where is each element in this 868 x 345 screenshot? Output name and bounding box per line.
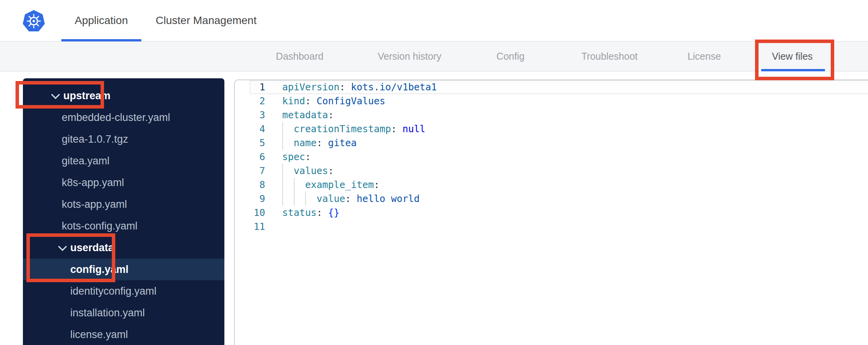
token-key: example_item (305, 179, 374, 190)
tree-item-upstream[interactable]: upstream (23, 85, 224, 107)
header-tab-application[interactable]: Application (75, 0, 128, 41)
subnav-item-version-history[interactable]: Version history (378, 41, 441, 71)
code-line-1: 1apiVersion: kots.io/v1beta1 (235, 80, 868, 94)
file-label: config.yaml (70, 264, 128, 276)
tree-item-license-yaml[interactable]: license.yaml (23, 324, 224, 345)
line-number: 8 (235, 178, 265, 192)
subnav-item-license[interactable]: License (687, 41, 721, 71)
token-p: : (317, 137, 328, 148)
tree-item-k8s-app-yaml[interactable]: k8s-app.yaml (23, 172, 224, 193)
chevron-down-icon (58, 242, 67, 251)
code-lines: 1apiVersion: kots.io/v1beta12kind: Confi… (235, 80, 868, 234)
indent-guide (294, 192, 306, 206)
active-subnav-underline (761, 69, 825, 71)
token-str: kots.io/v1beta1 (351, 81, 437, 93)
line-content: spec: (282, 150, 311, 164)
kubernetes-logo (23, 10, 45, 33)
subnav-item-troubleshoot[interactable]: Troubleshoot (582, 41, 638, 71)
line-content: value: hello world (282, 192, 420, 206)
indent-guide (282, 136, 294, 150)
code-line-7: 7values: (235, 164, 868, 178)
token-str: gitea (328, 137, 357, 148)
line-number: 6 (235, 150, 265, 164)
token-key: name (294, 137, 317, 148)
line-number: 2 (235, 94, 265, 108)
line-number: 9 (235, 192, 265, 206)
tree-item-gitea-1-0-7-tgz[interactable]: gitea-1.0.7.tgz (23, 128, 224, 150)
indent-guide (282, 122, 294, 136)
code-line-11: 11 (235, 220, 868, 234)
folder-label: upstream (63, 90, 111, 102)
app-header: ApplicationCluster Management (0, 0, 868, 41)
file-tree[interactable]: upstreamembedded-cluster.yamlgitea-1.0.7… (23, 78, 224, 345)
folder-label: userdata (70, 242, 114, 254)
line-content: metadata: (282, 108, 334, 122)
token-key: creationTimestamp (294, 123, 391, 135)
indent-guide (294, 178, 306, 192)
line-number: 4 (235, 122, 265, 136)
token-p: : (317, 207, 328, 218)
code-line-5: 5name: gitea (235, 136, 868, 150)
tree-item-gitea-yaml[interactable]: gitea.yaml (23, 150, 224, 172)
tree-item-kots-config-yaml[interactable]: kots-config.yaml (23, 215, 224, 237)
token-kw: null (403, 123, 425, 135)
subnav-item-config[interactable]: Config (496, 41, 524, 71)
indent-guide (305, 192, 317, 206)
file-editor[interactable]: 1apiVersion: kots.io/v1beta12kind: Confi… (234, 79, 868, 345)
token-key: values (294, 165, 328, 176)
token-p: : (305, 95, 317, 107)
tree-item-config-yaml[interactable]: config.yaml (23, 259, 224, 280)
token-p: : (374, 179, 380, 190)
file-label: k8s-app.yaml (62, 177, 124, 189)
token-p: : (305, 151, 311, 162)
line-number: 10 (235, 206, 265, 220)
code-line-8: 8example_item: (235, 178, 868, 192)
code-line-4: 4creationTimestamp: null (235, 122, 868, 136)
line-number: 11 (235, 220, 265, 234)
line-content: values: (282, 164, 334, 178)
tree-item-userdata[interactable]: userdata (23, 237, 224, 259)
token-p: : (340, 81, 351, 93)
line-content: apiVersion: kots.io/v1beta1 (282, 80, 437, 94)
token-str: hello world (357, 193, 420, 204)
subnav-item-view-files[interactable]: View files (772, 41, 812, 71)
line-content: example_item: (282, 178, 380, 192)
file-label: license.yaml (70, 329, 128, 341)
token-key: apiVersion (282, 81, 340, 93)
tree-item-embedded-cluster-yaml[interactable]: embedded-cluster.yaml (23, 107, 224, 128)
token-p: : (328, 165, 334, 176)
token-key: kind (282, 95, 305, 107)
chevron-down-icon (51, 90, 60, 99)
token-key: status (282, 207, 317, 218)
line-content: status: {} (282, 206, 340, 220)
line-number: 5 (235, 136, 265, 150)
file-label: kots-config.yaml (62, 220, 137, 232)
token-key: metadata (282, 109, 328, 121)
line-content: kind: ConfigValues (282, 94, 385, 108)
code-line-3: 3metadata: (235, 108, 868, 122)
file-label: embedded-cluster.yaml (62, 112, 170, 124)
subnav: DashboardVersion historyConfigTroublesho… (0, 41, 868, 71)
code-line-2: 2kind: ConfigValues (235, 94, 868, 108)
tree-item-identityconfig-yaml[interactable]: identityconfig.yaml (23, 280, 224, 302)
kots-admin-console: ApplicationCluster Management DashboardV… (0, 0, 868, 345)
line-number: 3 (235, 108, 265, 122)
line-content: name: gitea (282, 136, 357, 150)
token-br: {} (328, 207, 340, 218)
indent-guide (282, 192, 294, 206)
file-label: gitea.yaml (62, 155, 109, 167)
file-label: kots-app.yaml (62, 198, 127, 210)
file-label: identityconfig.yaml (70, 285, 156, 297)
token-p: : (391, 123, 403, 135)
indent-guide (282, 164, 294, 178)
token-key: spec (282, 151, 305, 162)
subnav-item-dashboard[interactable]: Dashboard (276, 41, 323, 71)
token-p: : (345, 193, 357, 204)
line-number: 7 (235, 164, 265, 178)
tree-item-kots-app-yaml[interactable]: kots-app.yaml (23, 193, 224, 215)
indent-guide (282, 178, 294, 192)
file-label: gitea-1.0.7.tgz (62, 133, 128, 145)
header-tab-cluster-management[interactable]: Cluster Management (156, 0, 257, 41)
tree-item-installation-yaml[interactable]: installation.yaml (23, 302, 224, 324)
line-content: creationTimestamp: null (282, 122, 425, 136)
